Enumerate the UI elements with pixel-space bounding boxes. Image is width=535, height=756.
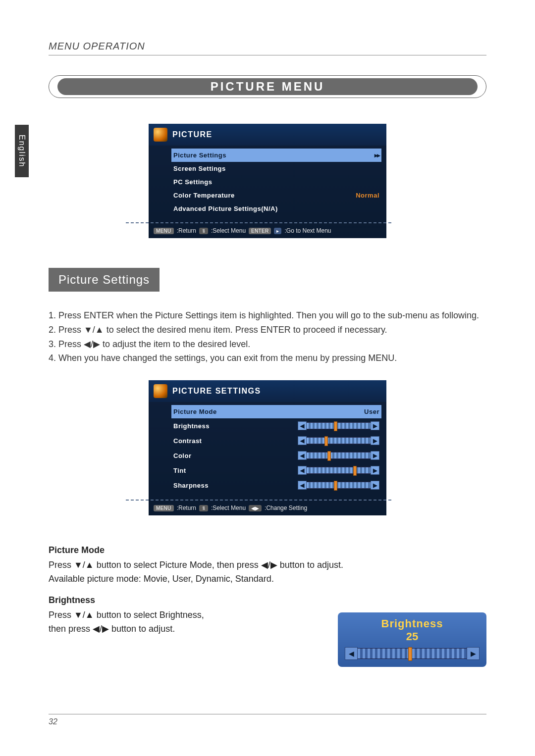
osd-slider-row: Sharpness◀▶ (171, 478, 381, 493)
return-label: :Return (177, 227, 196, 234)
brightness-slider: ◀ ▶ (345, 647, 480, 660)
slider-right-icon: ▶ (467, 647, 480, 660)
enter-chip: ENTER (249, 228, 271, 234)
page-number: 32 (49, 717, 486, 726)
slider-left-icon: ◀ (298, 466, 307, 475)
leftright-icon: ◀▶ (249, 505, 262, 511)
osd-slider-label: Contrast (173, 437, 202, 445)
slider-left-icon: ◀ (345, 647, 358, 660)
osd-row-value: Normal (356, 192, 379, 199)
osd-row: Advanced Picture Settings(N/A) (171, 202, 381, 215)
osd-slider-row: Brightness◀▶ (171, 418, 381, 433)
instruction-step: 2.Press ▼/▲ to select the desired menu i… (49, 323, 486, 337)
menu-chip: MENU (154, 228, 174, 234)
brightness-popup-value: 25 (345, 630, 480, 643)
osd-slider-row: Tint◀▶ (171, 463, 381, 478)
osd-title: PICTURE SETTINGS (172, 387, 261, 396)
osd-slider-row: Color◀▶ (171, 448, 381, 463)
brightness-title: Brightness (49, 595, 276, 605)
instruction-steps: 1.Press ENTER when the Picture Settings … (49, 308, 486, 365)
osd-row: PC Settings (171, 175, 381, 189)
title-pill-text: PICTURE MENU (57, 78, 478, 95)
title-pill: PICTURE MENU (49, 75, 486, 98)
slider-right-icon: ▶ (371, 436, 379, 445)
osd-slider-label: Sharpness (173, 482, 209, 489)
osd-slider: ◀▶ (298, 421, 379, 430)
section-header: MENU OPERATION (49, 41, 486, 52)
instruction-step: 1.Press ENTER when the Picture Settings … (49, 308, 486, 323)
goto-next-label: :Go to Next Menu (284, 227, 331, 234)
slider-right-icon: ▶ (371, 421, 379, 430)
slider-thumb (327, 451, 331, 461)
select-menu-label: :Select Menu (211, 504, 246, 511)
instruction-step: 3.Press ◀/▶ to adjust the item to the de… (49, 337, 486, 352)
osd-row-label: Picture Mode (173, 408, 217, 415)
instruction-step: 4.When you have changed the settings, yo… (49, 351, 486, 365)
change-setting-label: :Change Setting (265, 504, 307, 511)
osd-row-label: Advanced Picture Settings(N/A) (173, 205, 278, 212)
page-footer: 32 (49, 714, 486, 726)
osd-row-label: Picture Settings (173, 151, 226, 159)
osd-row: Picture Settings▸▸ (171, 149, 381, 162)
slider-thumb (408, 647, 412, 661)
osd-row-picture-mode: Picture Mode User (171, 405, 381, 418)
slider-right-icon: ▶ (371, 481, 379, 490)
slider-thumb (334, 481, 337, 491)
osd-footer: MENU :Return ⥮ :Select Menu ◀▶ :Change S… (149, 501, 386, 515)
updown-icon: ⥮ (199, 505, 208, 511)
slider-right-icon: ▶ (371, 466, 379, 475)
language-tab: English (15, 125, 29, 177)
osd-row-label: PC Settings (173, 178, 212, 186)
slider-left-icon: ◀ (298, 421, 307, 430)
brightness-popup: Brightness 25 ◀ ▶ (338, 612, 486, 667)
slider-left-icon: ◀ (298, 436, 307, 445)
osd-slider: ◀▶ (298, 466, 379, 475)
osd-header: PICTURE SETTINGS (149, 380, 386, 402)
picture-icon (154, 384, 167, 398)
menu-chip: MENU (154, 505, 174, 511)
slider-thumb (324, 436, 328, 446)
osd-slider-row: Contrast◀▶ (171, 433, 381, 448)
picture-mode-text: Press ▼/▲ button to select Picture Mode,… (49, 558, 486, 586)
brightness-popup-title: Brightness (345, 617, 480, 630)
updown-icon: ⥮ (199, 228, 208, 234)
osd-title: PICTURE (172, 130, 213, 139)
subsection-heading: Picture Settings (49, 268, 160, 292)
osd-row-label: Screen Settings (173, 165, 226, 172)
return-label: :Return (177, 504, 196, 511)
slider-right-icon: ▶ (371, 451, 379, 460)
manual-page: English MENU OPERATION PICTURE MENU PICT… (0, 0, 535, 756)
select-menu-label: :Select Menu (211, 227, 246, 234)
osd-row-label: Color Temperature (173, 192, 235, 199)
brightness-text: Press ▼/▲ button to select Brightness, t… (49, 608, 276, 636)
picture-icon (154, 128, 167, 142)
osd-slider: ◀▶ (298, 451, 379, 460)
osd-row: Screen Settings (171, 162, 381, 175)
osd-row-value: ▸▸ (374, 151, 379, 159)
slider-left-icon: ◀ (298, 481, 307, 490)
osd-slider: ◀▶ (298, 481, 379, 490)
osd-header: PICTURE (149, 124, 386, 146)
play-icon: ▸ (274, 228, 281, 234)
osd-slider-label: Brightness (173, 422, 210, 430)
osd-slider-label: Color (173, 452, 191, 459)
osd-footer: MENU :Return ⥮ :Select Menu ENTER ▸ :Go … (149, 223, 386, 238)
osd-slider-label: Tint (173, 467, 186, 474)
osd-slider: ◀▶ (298, 436, 379, 445)
osd-row: Color TemperatureNormal (171, 189, 381, 202)
slider-left-icon: ◀ (298, 451, 307, 460)
osd-row-value: User (364, 408, 379, 415)
header-rule (49, 55, 486, 55)
osd-picture-settings: PICTURE SETTINGS Picture Mode User Brigh… (149, 380, 386, 515)
slider-thumb (334, 421, 337, 431)
slider-thumb (353, 466, 357, 476)
osd-picture-menu: PICTURE Picture Settings▸▸Screen Setting… (149, 124, 386, 238)
picture-mode-title: Picture Mode (49, 545, 486, 555)
